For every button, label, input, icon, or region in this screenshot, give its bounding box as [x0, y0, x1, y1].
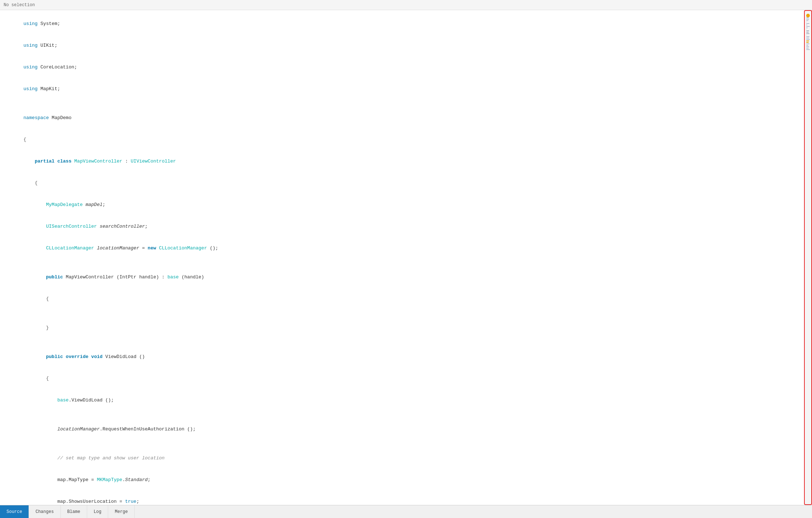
tab-blame[interactable]: Blame [61, 505, 87, 518]
code-line-20: { [6, 368, 804, 389]
top-bar: No selection [0, 0, 812, 10]
code-line-10: MyMapDelegate mapDel; [6, 194, 804, 216]
code-line-16 [6, 310, 804, 317]
code-line-27: map.ShowsUserLocation = true; [6, 491, 804, 505]
tab-log[interactable]: Log [87, 505, 109, 518]
code-line-6: namespace MapDemo [6, 107, 804, 129]
code-line-24 [6, 440, 804, 447]
code-line-26: map.MapType = MKMapType.Standard; [6, 469, 804, 491]
code-line-5 [6, 100, 804, 107]
code-line-3: using CoreLocation; [6, 56, 804, 78]
code-line-7: { [6, 129, 804, 151]
code-line-17: } [6, 317, 804, 339]
code-line-21: base.ViewDidLoad (); [6, 389, 804, 411]
code-line-4: using MapKit; [6, 78, 804, 100]
code-editor[interactable]: using System; using UIKit; using CoreLoc… [0, 10, 804, 505]
code-line-9: { [6, 172, 804, 194]
scrollbar[interactable] [804, 10, 812, 505]
code-line-14: public MapViewController (IntPtr handle)… [6, 266, 804, 288]
code-line-8: partial class MapViewController : UIView… [6, 151, 804, 172]
tab-source[interactable]: Source [0, 505, 29, 518]
main-content: using System; using UIKit; using CoreLoc… [0, 10, 812, 505]
code-line-11: UISearchController searchController; [6, 216, 804, 237]
code-line-15: { [6, 288, 804, 310]
bottom-tab-bar: Source Changes Blame Log Merge [0, 505, 812, 518]
code-line-23: locationManager.RequestWhenInUseAuthoriz… [6, 418, 804, 440]
tab-merge[interactable]: Merge [108, 505, 135, 518]
code-line-25: // set map type and show user location [6, 447, 804, 469]
code-line-1: using System; [6, 13, 804, 35]
code-line-12: CLLocationManager locationManager = new … [6, 237, 804, 259]
code-line-22 [6, 411, 804, 418]
code-line-19: public override void ViewDidLoad () [6, 346, 804, 368]
code-line-18 [6, 339, 804, 346]
code-line-13 [6, 259, 804, 266]
tab-changes[interactable]: Changes [29, 505, 60, 518]
selection-title: No selection [4, 3, 35, 8]
code-line-2: using UIKit; [6, 35, 804, 56]
scrollbar-position-indicator [806, 14, 810, 17]
